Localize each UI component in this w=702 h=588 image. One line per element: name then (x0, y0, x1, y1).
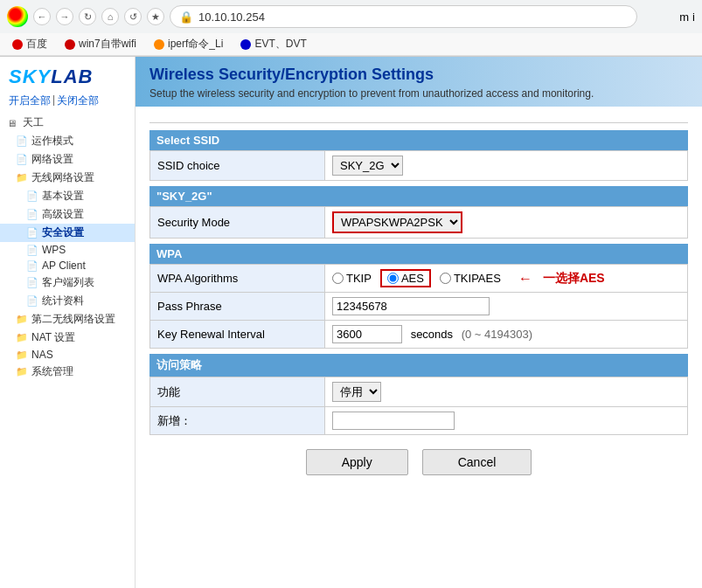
function-row: 功能 停用 (150, 377, 688, 407)
ap-client-icon: 📄 (26, 260, 38, 272)
sidebar-item-security-settings[interactable]: 📄 安全设置 (0, 224, 135, 242)
tkipaes-radio[interactable] (440, 273, 451, 284)
tkip-option[interactable]: TKIP (332, 272, 372, 285)
sidebar-item-statistics[interactable]: 📄 统计资料 (0, 292, 135, 310)
ap-client-label: AP Client (42, 259, 86, 272)
sidebar-item-advanced-settings[interactable]: 📄 高级设置 (0, 205, 135, 224)
sky2g-header: "SKY_2G" (149, 186, 688, 206)
browser-chrome: ← → ↻ ⌂ ↺ ★ 🔒 10.10.10.254 m i 百度 win7自带… (0, 0, 702, 57)
wireless-settings-icon: 📁 (16, 172, 28, 183)
new-entry-label: 新增： (150, 407, 325, 435)
function-select[interactable]: 停用 (332, 382, 381, 402)
forward-button[interactable]: → (56, 8, 73, 25)
sidebar-item-wireless-settings[interactable]: 📁 无线网络设置 (0, 169, 135, 187)
sidebar-item-basic-settings[interactable]: 📄 基本设置 (0, 187, 135, 205)
aes-option[interactable]: AES (380, 269, 431, 287)
baidu-label: 百度 (26, 37, 47, 52)
sidebar-item-wps[interactable]: 📄 WPS (0, 242, 135, 258)
new-entry-value (325, 407, 688, 435)
function-value: 停用 (325, 377, 688, 407)
sidebar-controls: 开启全部 | 关闭全部 (0, 92, 135, 114)
bookmark-evtdvt[interactable]: EVT、DVT (235, 35, 311, 53)
apply-button[interactable]: Apply (306, 449, 408, 475)
access-policy-header: 访问策略 (149, 354, 688, 377)
bookmark-baidu[interactable]: 百度 (7, 35, 52, 53)
ssid-choice-select[interactable]: SKY_2G (332, 156, 403, 176)
chrome-icon (7, 6, 28, 27)
key-renewal-row: Key Renewal Interval seconds (0 ~ 419430… (150, 321, 688, 349)
back-button[interactable]: ← (33, 8, 51, 25)
ssid-table: SSID choice SKY_2G (149, 150, 688, 181)
pass-phrase-value (325, 293, 688, 321)
security-settings-icon: 📄 (26, 227, 38, 239)
content-area: Wireless Security/Encryption Settings Se… (136, 57, 702, 588)
controls-separator: | (52, 93, 55, 108)
advanced-settings-icon: 📄 (26, 209, 38, 220)
home-button[interactable]: ⌂ (101, 8, 119, 25)
wpa-label: WPA (156, 247, 182, 260)
key-renewal-suffix: seconds (411, 328, 453, 341)
address-bar[interactable]: 🔒 10.10.10.254 (170, 5, 637, 28)
wpa-algorithms-row: WPA Algorithms TKIP AES (150, 265, 688, 293)
tkipaes-option[interactable]: TKIPAES (440, 272, 501, 285)
client-list-label: 客户端列表 (42, 275, 94, 290)
new-entry-input[interactable] (332, 412, 455, 430)
close-all-link[interactable]: 关闭全部 (57, 93, 99, 108)
sidebar-item-ap-client[interactable]: 📄 AP Client (0, 258, 135, 273)
button-row: Apply Cancel (149, 449, 688, 484)
sidebar-item-nat-settings[interactable]: 📁 NAT 设置 (0, 329, 135, 347)
network-settings-label: 网络设置 (31, 152, 73, 167)
sidebar-item-operation-mode[interactable]: 📄 运作模式 (0, 132, 135, 150)
sidebar-item-network-settings[interactable]: 📄 网络设置 (0, 150, 135, 169)
key-renewal-value: seconds (0 ~ 4194303) (325, 321, 688, 349)
sidebar-item-client-list[interactable]: 📄 客户端列表 (0, 273, 135, 292)
evtdvt-icon (240, 39, 251, 50)
pass-phrase-input[interactable] (332, 297, 490, 315)
basic-settings-icon: 📄 (26, 190, 38, 202)
wpa-algorithms-label: WPA Algorithms (150, 265, 325, 293)
sidebar-item-tiangong[interactable]: 🖥 天工 (0, 114, 135, 132)
sidebar: SKYLAB 开启全部 | 关闭全部 🖥 天工 📄 运作模式 📄 网络设置 📁 … (0, 57, 136, 588)
content-header: Wireless Security/Encryption Settings Se… (136, 57, 702, 107)
address-text: 10.10.10.254 (198, 10, 265, 24)
aes-radio[interactable] (387, 273, 399, 284)
extra-icon[interactable]: i (692, 10, 695, 24)
wpa-table: WPA Algorithms TKIP AES (149, 264, 688, 349)
wps-label: WPS (42, 244, 66, 256)
second-wireless-icon: 📁 (16, 314, 28, 325)
ssid-choice-label: SSID choice (150, 151, 325, 181)
bookmark-iperf[interactable]: iperf命令_Li (149, 35, 228, 53)
security-mode-select[interactable]: WPAPSKWPA2PSK (332, 211, 462, 233)
basic-settings-label: 基本设置 (42, 189, 84, 204)
sidebar-item-system-management[interactable]: 📁 系统管理 (0, 363, 135, 381)
sidebar-item-second-wireless[interactable]: 📁 第二无线网络设置 (0, 310, 135, 329)
bookmark-button[interactable]: ★ (147, 8, 164, 25)
second-wireless-label: 第二无线网络设置 (31, 312, 115, 327)
menu-icon[interactable]: m (679, 10, 689, 24)
nat-settings-icon: 📁 (16, 332, 28, 343)
sidebar-item-nas[interactable]: 📁 NAS (0, 347, 135, 363)
ssid-choice-row: SSID choice SKY_2G (150, 151, 688, 181)
security-mode-value: WPAPSKWPA2PSK (325, 207, 688, 239)
history-button[interactable]: ↺ (124, 8, 142, 25)
iperf-label: iperf命令_Li (168, 37, 223, 52)
sky2g-table: Security Mode WPAPSKWPA2PSK (149, 206, 688, 239)
open-all-link[interactable]: 开启全部 (9, 93, 51, 108)
system-management-label: 系统管理 (31, 364, 73, 379)
client-list-icon: 📄 (26, 277, 38, 288)
security-mode-label: Security Mode (150, 207, 325, 239)
tkip-radio[interactable] (332, 273, 344, 284)
logo-text: SKYLAB (9, 66, 93, 87)
pass-phrase-row: Pass Phrase (150, 293, 688, 321)
nas-icon: 📁 (16, 349, 28, 361)
bookmark-win7wifi[interactable]: win7自带wifi (59, 35, 142, 53)
operation-mode-icon: 📄 (16, 135, 28, 147)
reload-button[interactable]: ↻ (79, 8, 96, 25)
page-description: Setup the wireless security and encrypti… (149, 87, 688, 100)
win7wifi-icon (65, 39, 75, 50)
function-label: 功能 (150, 377, 325, 407)
key-renewal-input[interactable] (332, 325, 402, 343)
cancel-button[interactable]: Cancel (422, 449, 532, 475)
access-policy-table: 功能 停用 新增： (149, 377, 688, 435)
security-mode-row: Security Mode WPAPSKWPA2PSK (150, 207, 688, 239)
